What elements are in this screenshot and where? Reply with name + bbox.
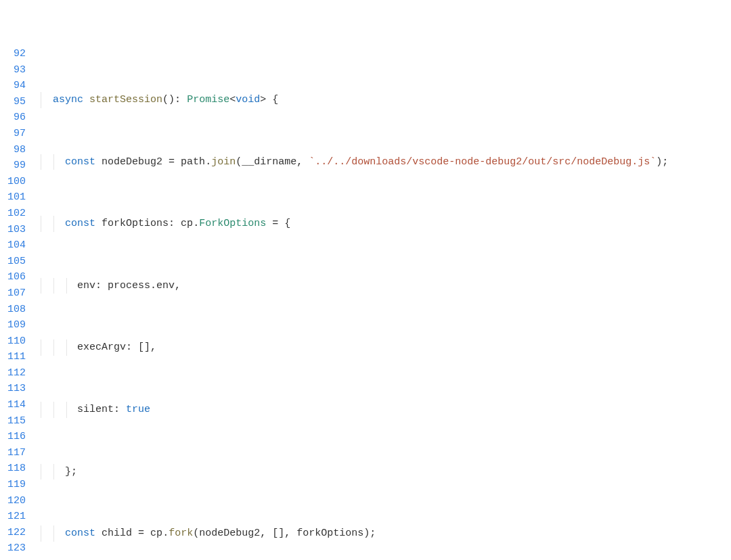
code-line[interactable]: async startSession(): Promise<void> { xyxy=(32,92,731,108)
code-editor[interactable]: 9293949596979899100101102103104105106107… xyxy=(0,46,731,560)
code-line[interactable]: const nodeDebug2 = path.join(__dirname, … xyxy=(32,154,731,170)
code-line[interactable]: silent: true xyxy=(32,402,731,418)
code-area[interactable]: async startSession(): Promise<void> { co… xyxy=(32,46,731,560)
code-line[interactable]: execArgv: [], xyxy=(32,340,731,356)
code-line[interactable]: }; xyxy=(32,464,731,480)
line-number-gutter: 9293949596979899100101102103104105106107… xyxy=(0,46,32,560)
code-line[interactable]: const child = cp.fork(nodeDebug2, [], fo… xyxy=(32,526,731,542)
code-line[interactable]: env: process.env, xyxy=(32,278,731,294)
code-line[interactable]: const forkOptions: cp.ForkOptions = { xyxy=(32,216,731,232)
